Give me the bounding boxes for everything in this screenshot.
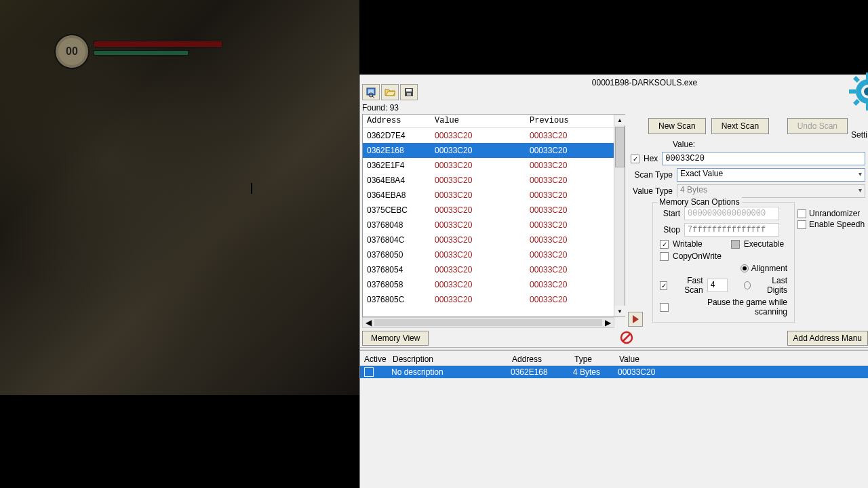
next-scan-button[interactable]: Next Scan — [711, 118, 769, 134]
svg-rect-6 — [407, 93, 411, 96]
splitter[interactable] — [360, 347, 868, 351]
svg-rect-15 — [853, 99, 860, 106]
alignment-label: Alignment — [751, 264, 787, 273]
row-description: No description — [387, 367, 507, 377]
last-digits-radio[interactable] — [744, 281, 751, 289]
svg-rect-12 — [853, 76, 860, 83]
unrandomizer-checkbox[interactable] — [797, 209, 806, 218]
scan-controls: New Scan Next Scan Undo Scan Value: Hex … — [628, 114, 868, 323]
table-row[interactable]: 0364EBA800033C2000033C20 — [363, 188, 625, 203]
col-value[interactable]: Value — [431, 115, 526, 127]
open-file-button[interactable] — [381, 84, 399, 100]
table-row[interactable]: 0362E16800033C2000033C20 — [363, 143, 625, 158]
enable-speedhack-checkbox[interactable] — [797, 220, 806, 229]
table-row[interactable]: 0376805C00033C2000033C20 — [363, 292, 625, 303]
value-type-select: 4 Bytes — [677, 184, 865, 198]
scroll-right-icon[interactable]: ▶ — [605, 318, 611, 327]
executable-label: Executable — [744, 239, 784, 249]
table-row[interactable]: 0376805000033C2000033C20 — [363, 247, 625, 262]
memory-scan-options-group: Memory Scan Options Start Stop Writable … — [652, 202, 795, 323]
process-title: 00001B98-DARKSOULS.exe — [428, 78, 861, 90]
stop-input[interactable] — [684, 223, 779, 237]
clear-list-icon[interactable] — [620, 331, 633, 344]
svg-line-3 — [372, 96, 374, 98]
value-input[interactable] — [662, 152, 865, 165]
fast-scan-input[interactable] — [707, 279, 728, 292]
address-list-row[interactable]: No description 0362E168 4 Bytes 00033C20 — [360, 366, 868, 378]
results-hscroll[interactable]: ◀ ▶ — [362, 317, 614, 328]
fast-scan-label: Fast Scan — [671, 276, 703, 295]
stop-label: Stop — [660, 225, 680, 235]
value-label: Value: — [673, 140, 695, 149]
col-active[interactable]: Active — [360, 354, 389, 364]
table-row[interactable]: 0364E8A400033C2000033C20 — [363, 173, 625, 188]
scan-type-select[interactable]: Exact Value — [677, 168, 865, 182]
game-background: 00 — [0, 0, 359, 395]
fast-scan-checkbox[interactable] — [660, 281, 667, 290]
alignment-radio[interactable] — [741, 264, 749, 272]
scan-type-label: Scan Type — [631, 170, 673, 180]
col-value2[interactable]: Value — [615, 354, 868, 364]
toolbar — [362, 84, 418, 100]
stamina-bar — [94, 50, 189, 56]
hscroll-track[interactable] — [374, 319, 602, 326]
pause-game-label: Pause the game while scanning — [673, 298, 787, 317]
row-address: 0362E168 — [507, 367, 569, 377]
svg-line-19 — [623, 333, 631, 342]
results-table[interactable]: Address Value Previous 0362D7E400033C200… — [362, 114, 625, 317]
svg-rect-5 — [406, 89, 412, 92]
memory-view-button[interactable]: Memory View — [362, 331, 429, 346]
undo-scan-button: Undo Scan — [787, 118, 848, 134]
text-cursor — [251, 183, 252, 194]
open-process-button[interactable] — [362, 84, 380, 100]
new-scan-button[interactable]: New Scan — [648, 118, 706, 134]
row-type: 4 Bytes — [569, 367, 614, 377]
found-count: Found: 93 — [362, 103, 399, 113]
pause-game-checkbox[interactable] — [660, 303, 669, 312]
table-row[interactable]: 0376805400033C2000033C20 — [363, 262, 625, 277]
writable-checkbox[interactable] — [660, 240, 669, 249]
last-digits-label: Last Digits — [755, 276, 787, 295]
start-label: Start — [660, 209, 680, 218]
copyonwrite-label: CopyOnWrite — [673, 251, 722, 261]
side-options: Unrandomizer Enable Speedh — [795, 199, 868, 323]
hex-checkbox[interactable] — [631, 155, 639, 163]
row-active-checkbox[interactable] — [364, 367, 374, 377]
col-previous[interactable]: Previous — [526, 115, 607, 127]
table-row[interactable]: 0362D7E400033C2000033C20 — [363, 128, 625, 143]
value-type-label: Value Type — [631, 186, 673, 196]
col-address2[interactable]: Address — [508, 354, 570, 364]
add-address-manually-button[interactable]: Add Address Manu — [787, 331, 868, 346]
scroll-thumb[interactable] — [615, 127, 625, 167]
unrandomizer-label: Unrandomizer — [809, 209, 860, 218]
app-logo-icon — [848, 71, 868, 112]
scroll-up-icon[interactable]: ▲ — [614, 115, 625, 125]
address-list-header: Active Description Address Type Value — [360, 352, 868, 366]
scroll-left-icon[interactable]: ◀ — [366, 318, 372, 327]
table-row[interactable]: 0376805800033C2000033C20 — [363, 277, 625, 292]
table-row[interactable]: 0362E1F400033C2000033C20 — [363, 158, 625, 173]
col-type[interactable]: Type — [570, 354, 615, 364]
svg-rect-10 — [849, 89, 856, 94]
scroll-down-icon[interactable]: ▼ — [614, 306, 625, 317]
results-vscroll[interactable]: ▲ ▼ — [614, 115, 625, 317]
mem-scan-title: Memory Scan Options — [657, 197, 742, 207]
enable-speedhack-label: Enable Speedh — [809, 220, 865, 229]
hex-label: Hex — [644, 154, 658, 163]
hud-ring: 00 — [56, 35, 88, 68]
executable-checkbox[interactable] — [731, 240, 740, 249]
writable-label: Writable — [673, 239, 703, 249]
start-input[interactable] — [684, 207, 779, 220]
cheat-engine-window: 00001B98-DARKSOULS.exe Setti Found: 93 A… — [359, 75, 868, 488]
table-row[interactable]: 0375CEBC00033C2000033C20 — [363, 203, 625, 218]
save-button[interactable] — [400, 84, 418, 100]
table-row[interactable]: 0376804800033C2000033C20 — [363, 218, 625, 232]
results-header: Address Value Previous — [363, 115, 625, 128]
col-address[interactable]: Address — [363, 115, 431, 127]
row-value: 00033C20 — [614, 367, 659, 377]
table-row[interactable]: 0376804C00033C2000033C20 — [363, 232, 625, 247]
col-description[interactable]: Description — [389, 354, 508, 364]
hp-bar — [94, 41, 222, 47]
copyonwrite-checkbox[interactable] — [660, 252, 669, 261]
